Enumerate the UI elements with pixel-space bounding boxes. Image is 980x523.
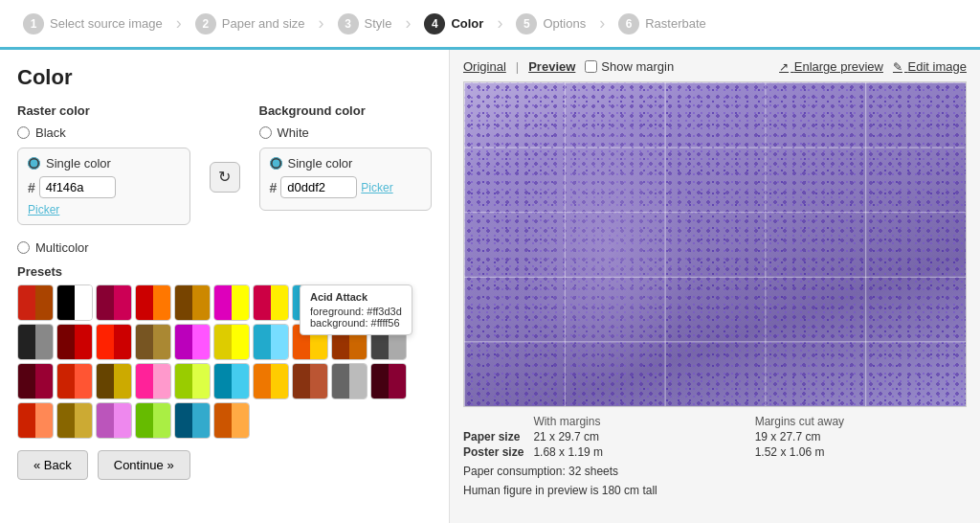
- raster-black-option[interactable]: Black: [17, 125, 190, 140]
- swatch-quarter: [214, 364, 232, 381]
- swatch-quarter: [192, 342, 210, 359]
- show-margin-label[interactable]: Show margin: [585, 59, 674, 74]
- preset-swatch[interactable]: [96, 324, 132, 360]
- background-picker-link[interactable]: Picker: [361, 181, 392, 194]
- swatch-quarter: [271, 303, 288, 320]
- preset-swatch[interactable]: [135, 324, 171, 360]
- background-single-label: Single color: [288, 156, 353, 171]
- preset-swatch[interactable]: [135, 402, 171, 439]
- preset-swatch[interactable]: [213, 324, 250, 360]
- preset-swatch[interactable]: [213, 402, 250, 439]
- multicolor-option[interactable]: Multicolor: [17, 240, 432, 255]
- preset-tooltip: Acid Attack foreground: #ff3d3d backgrou…: [300, 284, 412, 335]
- swatch-quarter: [114, 303, 131, 320]
- preset-swatch[interactable]: [331, 363, 368, 399]
- background-color-input[interactable]: [280, 176, 357, 198]
- preset-swatch[interactable]: [292, 363, 328, 399]
- preset-swatch[interactable]: [96, 284, 132, 321]
- nav-step-4[interactable]: 4 Color: [411, 13, 497, 34]
- background-color-group: Background color White Single color # Pi…: [259, 103, 433, 231]
- show-margin-checkbox[interactable]: [585, 60, 597, 73]
- paper-consumption: Paper consumption: 32 sheets: [463, 465, 967, 478]
- preset-swatch[interactable]: [96, 363, 132, 399]
- preset-swatch[interactable]: [17, 363, 54, 399]
- preset-swatch[interactable]: [17, 284, 54, 321]
- tooltip-line1: foreground: #ff3d3d: [310, 306, 402, 317]
- swatch-quarter: [153, 303, 170, 320]
- preset-swatch[interactable]: [370, 363, 407, 399]
- preset-swatch[interactable]: [96, 402, 132, 439]
- preset-swatch[interactable]: [135, 284, 171, 321]
- background-white-radio[interactable]: [259, 126, 272, 139]
- background-single-color-box: Single color # Picker: [259, 148, 433, 211]
- nav-step-6[interactable]: 6 Rasterbate: [605, 13, 720, 34]
- preset-swatch[interactable]: [174, 324, 211, 360]
- preset-swatch[interactable]: [253, 363, 289, 399]
- swatch-quarter: [293, 381, 310, 398]
- swatch-quarter: [153, 421, 170, 438]
- raster-single-option[interactable]: Single color: [28, 156, 180, 171]
- original-link[interactable]: Original: [463, 59, 506, 74]
- preset-swatch[interactable]: [253, 324, 289, 360]
- step-circle-2: 2: [195, 13, 216, 34]
- tooltip-title: Acid Attack: [310, 291, 402, 303]
- background-hash: #: [270, 180, 278, 195]
- raster-black-radio[interactable]: [17, 126, 30, 139]
- col3-header: Margins cut away: [755, 415, 967, 428]
- swatch-quarter: [254, 364, 271, 381]
- swap-colors-button[interactable]: ↻: [210, 162, 240, 193]
- swatch-quarter: [310, 364, 327, 381]
- background-single-radio[interactable]: [270, 157, 282, 170]
- step-label-2: Paper and size: [222, 16, 305, 31]
- swatch-quarter: [271, 342, 288, 359]
- background-white-option[interactable]: White: [259, 125, 433, 140]
- nav-step-2[interactable]: 2 Paper and size: [182, 13, 319, 34]
- swatch-quarter: [97, 325, 114, 342]
- human-figure-note: Human figure in preview is 180 cm tall: [463, 484, 967, 497]
- raster-color-input[interactable]: [39, 176, 116, 198]
- nav-step-5[interactable]: 5 Options: [502, 13, 599, 34]
- preset-swatch[interactable]: [174, 402, 211, 439]
- edit-image-link[interactable]: ✎ Edit image: [893, 59, 967, 74]
- preset-swatch[interactable]: [56, 284, 93, 321]
- preset-swatch[interactable]: [213, 363, 250, 399]
- swatch-quarter: [75, 364, 92, 381]
- nav-step-1[interactable]: 1 Select source image: [10, 13, 176, 34]
- swatch-quarter: [349, 381, 367, 398]
- preset-swatch[interactable]: [17, 324, 54, 360]
- preview-link[interactable]: Preview: [528, 59, 575, 74]
- raster-picker-link[interactable]: Picker: [28, 203, 59, 216]
- swatch-quarter: [136, 364, 153, 381]
- swatch-quarter: [97, 303, 114, 320]
- swatch-quarter: [175, 364, 192, 381]
- back-button[interactable]: « Back: [17, 450, 88, 480]
- step-label-5: Options: [543, 16, 586, 31]
- preset-swatch[interactable]: [174, 284, 211, 321]
- continue-button[interactable]: Continue »: [98, 450, 190, 480]
- swatch-quarter: [349, 364, 367, 381]
- swatch-quarter: [35, 381, 53, 398]
- swatch-quarter: [75, 303, 92, 320]
- swatch-quarter: [192, 381, 210, 398]
- swatch-quarter: [136, 421, 153, 438]
- swatch-quarter: [18, 342, 35, 359]
- swatch-quarter: [192, 303, 210, 320]
- poster-size-col3: 1.52 x 1.06 m: [755, 445, 967, 459]
- swatch-quarter: [232, 285, 249, 303]
- preset-swatch[interactable]: [17, 402, 54, 439]
- preset-swatch[interactable]: [253, 284, 289, 321]
- preset-swatch[interactable]: [56, 402, 93, 439]
- swatch-quarter: [35, 325, 53, 342]
- raster-single-radio[interactable]: [28, 157, 40, 170]
- preset-swatch[interactable]: [213, 284, 250, 321]
- nav-step-3[interactable]: 3 Style: [324, 13, 406, 34]
- multicolor-radio[interactable]: [17, 241, 30, 254]
- preset-swatch[interactable]: [56, 363, 93, 399]
- preset-swatch[interactable]: [56, 324, 93, 360]
- preset-swatch[interactable]: [135, 363, 171, 399]
- preset-swatch[interactable]: [174, 363, 211, 399]
- background-single-option[interactable]: Single color: [270, 156, 422, 171]
- preview-toolbar: Original | Preview Show margin ↗ Enlarge…: [463, 59, 967, 74]
- presets-grid: Acid Attack foreground: #ff3d3d backgrou…: [17, 284, 432, 439]
- enlarge-preview-link[interactable]: ↗ Enlarge preview: [779, 59, 883, 74]
